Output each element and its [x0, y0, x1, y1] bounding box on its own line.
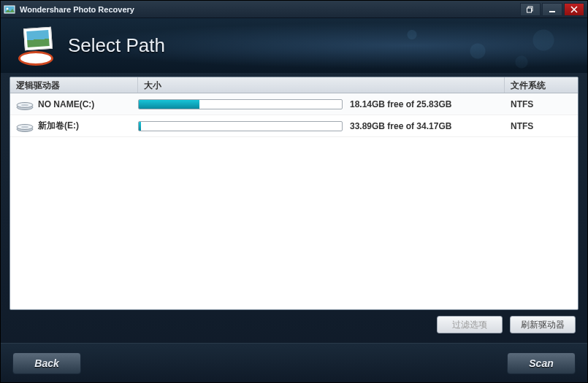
drive-size-cell: 18.14GB free of 25.83GB	[138, 99, 505, 109]
filter-button[interactable]: 过滤选项	[437, 316, 503, 333]
drive-name: NO NAME(C:)	[38, 99, 94, 109]
drive-name-cell: 新加卷(E:)	[10, 120, 138, 132]
table-row[interactable]: NO NAME(C:)18.14GB free of 25.83GBNTFS	[10, 93, 578, 115]
svg-point-7	[21, 104, 28, 106]
usage-bar	[138, 99, 343, 109]
restore-button[interactable]	[520, 3, 541, 16]
drive-name-cell: NO NAME(C:)	[10, 98, 138, 110]
titlebar-title: Wondershare Photo Recovery	[20, 5, 520, 14]
page-header: Select Path	[1, 18, 587, 73]
window-controls	[520, 3, 584, 16]
svg-rect-3	[527, 8, 532, 12]
page-title: Select Path	[68, 34, 165, 57]
table-header: 逻辑驱动器 大小 文件系统	[10, 77, 578, 93]
table-row[interactable]: 新加卷(E:)33.89GB free of 34.17GBNTFS	[10, 115, 578, 137]
drive-icon	[16, 120, 34, 132]
back-button[interactable]: Back	[12, 352, 81, 374]
drive-table: 逻辑驱动器 大小 文件系统 NO NAME(C:)18.14GB free of…	[9, 77, 579, 310]
svg-point-10	[21, 125, 28, 128]
footer: Back Scan	[1, 343, 587, 382]
column-name[interactable]: 逻辑驱动器	[10, 77, 138, 93]
sub-button-bar: 过滤选项 刷新驱动器	[437, 316, 576, 333]
app-window: Wondershare Photo Recovery Select Path 逻…	[0, 0, 588, 383]
drive-free-text: 18.14GB free of 25.83GB	[350, 99, 451, 109]
close-button[interactable]	[564, 3, 584, 16]
svg-rect-4	[549, 11, 555, 12]
header-icon	[14, 26, 58, 66]
drive-free-text: 33.89GB free of 34.17GB	[350, 121, 451, 131]
minimize-button[interactable]	[542, 3, 562, 16]
titlebar: Wondershare Photo Recovery	[1, 1, 587, 18]
refresh-button[interactable]: 刷新驱动器	[510, 316, 576, 333]
app-icon	[4, 4, 15, 15]
usage-bar	[138, 121, 343, 131]
drive-filesystem: NTFS	[505, 99, 578, 109]
column-filesystem[interactable]: 文件系统	[505, 77, 578, 93]
scan-button[interactable]: Scan	[507, 352, 576, 374]
drive-filesystem: NTFS	[505, 121, 578, 131]
table-body: NO NAME(C:)18.14GB free of 25.83GBNTFS新加…	[10, 93, 578, 137]
drive-icon	[16, 98, 34, 110]
column-size[interactable]: 大小	[138, 77, 505, 93]
drive-size-cell: 33.89GB free of 34.17GB	[138, 121, 505, 131]
drive-name: 新加卷(E:)	[38, 120, 79, 132]
